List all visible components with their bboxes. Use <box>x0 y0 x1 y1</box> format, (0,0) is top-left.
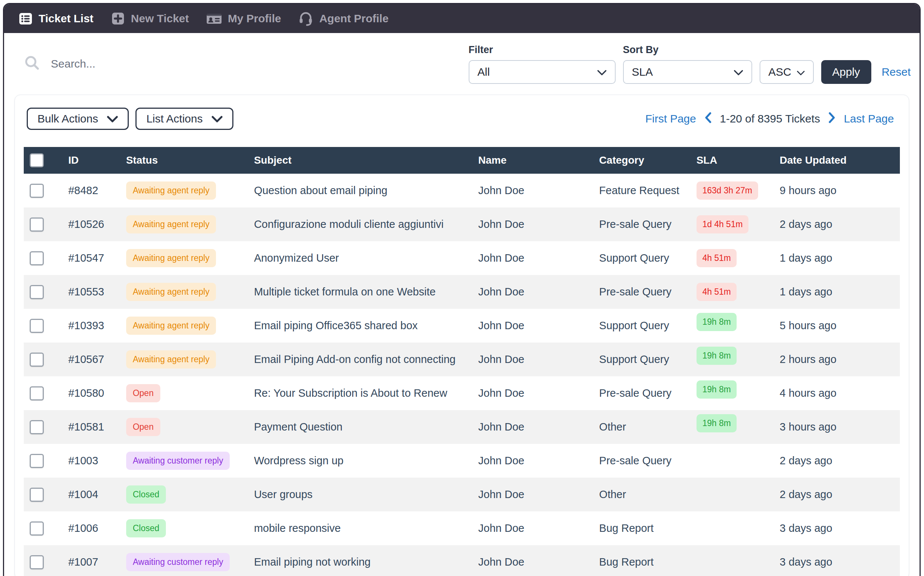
table-row[interactable]: #8482 Awaiting agent reply Question abou… <box>24 174 900 208</box>
ticket-status-cell: Open <box>120 410 248 444</box>
ticket-subject[interactable]: Re: Your Subscription is About to Renew <box>248 376 472 410</box>
row-checkbox[interactable] <box>30 420 44 434</box>
ticket-subject[interactable]: Email piping not working <box>248 545 472 576</box>
prev-page-chevron-icon[interactable] <box>704 112 712 126</box>
next-page-chevron-icon[interactable] <box>828 112 836 126</box>
sla-badge: 19h 8m <box>697 414 737 432</box>
first-page-link[interactable]: First Page <box>645 112 696 125</box>
sort-select[interactable]: SLA <box>623 60 752 84</box>
apply-button[interactable]: Apply <box>821 60 871 84</box>
search-input[interactable] <box>51 58 259 70</box>
ticket-subject[interactable]: Email piping Office365 shared box <box>248 309 472 342</box>
ticket-date-updated: 3 days ago <box>774 511 900 545</box>
table-row[interactable]: #1004 Closed User groups John Doe Other … <box>24 478 900 511</box>
order-select[interactable]: ASC <box>759 60 814 84</box>
ticket-sla-cell: 4h 51m <box>691 241 774 275</box>
list-actions-button[interactable]: List Actions <box>136 108 233 130</box>
table-row[interactable]: #10547 Awaiting agent reply Anonymized U… <box>24 241 900 275</box>
ticket-id: #1007 <box>62 545 120 576</box>
status-badge: Awaiting agent reply <box>126 350 216 368</box>
ticket-category: Pre-sale Query <box>593 376 691 410</box>
ticket-list-card: Bulk Actions List Actions First Page <box>14 94 909 576</box>
ticket-category: Feature Request <box>593 174 691 208</box>
status-badge: Awaiting agent reply <box>126 181 216 200</box>
table-row[interactable]: #10581 Open Payment Question John Doe Ot… <box>24 410 900 444</box>
table-row[interactable]: #10526 Awaiting agent reply Configurazio… <box>24 208 900 241</box>
row-checkbox[interactable] <box>30 386 44 400</box>
ticket-subject[interactable]: Anonymized User <box>248 241 472 275</box>
status-badge: Closed <box>126 519 166 538</box>
ticket-date-updated: 3 days ago <box>774 545 900 576</box>
search-icon <box>23 54 41 74</box>
ticket-id: #10553 <box>62 275 120 309</box>
filter-label: Filter <box>469 44 615 56</box>
row-checkbox-cell <box>24 208 62 241</box>
reset-link[interactable]: Reset <box>882 66 911 78</box>
status-badge: Open <box>126 418 160 436</box>
row-checkbox-cell <box>24 376 62 410</box>
table-row[interactable]: #10580 Open Re: Your Subscription is Abo… <box>24 376 900 410</box>
column-header-status: Status <box>120 147 248 174</box>
ticket-date-updated: 2 days ago <box>774 444 900 478</box>
row-checkbox[interactable] <box>30 319 44 333</box>
chevron-down-icon <box>797 66 805 78</box>
row-checkbox[interactable] <box>30 454 44 468</box>
row-checkbox[interactable] <box>30 555 44 569</box>
status-badge: Awaiting customer reply <box>126 553 230 571</box>
ticket-subject[interactable]: Configurazione moduli cliente aggiuntivi <box>248 208 472 241</box>
status-badge: Awaiting customer reply <box>126 452 230 470</box>
ticket-id: #8482 <box>62 174 120 208</box>
row-checkbox[interactable] <box>30 184 44 198</box>
ticket-subject[interactable]: Email Piping Add-on config not connectin… <box>248 342 472 376</box>
headset-icon <box>298 11 313 26</box>
ticket-category: Pre-sale Query <box>593 275 691 309</box>
ticket-category: Support Query <box>593 309 691 342</box>
ticket-list-icon <box>18 11 33 26</box>
nav-label: New Ticket <box>131 12 189 25</box>
table-row[interactable]: #10567 Awaiting agent reply Email Piping… <box>24 342 900 376</box>
ticket-name: John Doe <box>472 208 593 241</box>
navbar: Ticket List New Ticket <box>4 4 919 33</box>
row-checkbox[interactable] <box>30 285 44 299</box>
row-checkbox[interactable] <box>30 488 44 502</box>
sla-badge: 19h 8m <box>697 347 737 365</box>
last-page-link[interactable]: Last Page <box>844 112 894 125</box>
row-checkbox-cell <box>24 342 62 376</box>
ticket-sla-cell: 19h 8m <box>691 309 774 342</box>
app-frame: Ticket List New Ticket <box>3 3 921 576</box>
table-row[interactable]: #1006 Closed mobile responsive John Doe … <box>24 511 900 545</box>
ticket-subject[interactable]: Question about email piping <box>248 174 472 208</box>
row-checkbox[interactable] <box>30 522 44 536</box>
table-row[interactable]: #1003 Awaiting customer reply Wordpress … <box>24 444 900 478</box>
ticket-subject[interactable]: Wordpress sign up <box>248 444 472 478</box>
column-header-category: Category <box>593 147 691 174</box>
select-all-checkbox[interactable] <box>30 153 44 167</box>
row-checkbox[interactable] <box>30 218 44 232</box>
ticket-id: #10580 <box>62 376 120 410</box>
ticket-subject[interactable]: mobile responsive <box>248 511 472 545</box>
filter-select[interactable]: All <box>469 60 615 84</box>
table-row[interactable]: #10553 Awaiting agent reply Multiple tic… <box>24 275 900 309</box>
ticket-date-updated: 2 hours ago <box>774 342 900 376</box>
new-ticket-icon <box>110 11 125 26</box>
nav-agent-profile[interactable]: Agent Profile <box>298 11 388 26</box>
row-checkbox[interactable] <box>30 353 44 367</box>
ticket-subject[interactable]: Multiple ticket formula on one Website <box>248 275 472 309</box>
ticket-category: Pre-sale Query <box>593 444 691 478</box>
row-checkbox[interactable] <box>30 251 44 266</box>
nav-new-ticket[interactable]: New Ticket <box>110 11 189 26</box>
nav-ticket-list[interactable]: Ticket List <box>18 11 94 26</box>
list-actions-label: List Actions <box>146 112 203 125</box>
filters: Filter All Sort By SLA <box>469 44 911 84</box>
ticket-table-body: #8482 Awaiting agent reply Question abou… <box>24 174 900 576</box>
bulk-actions-button[interactable]: Bulk Actions <box>27 108 129 130</box>
chevron-down-icon <box>597 66 607 78</box>
ticket-status-cell: Awaiting agent reply <box>120 241 248 275</box>
ticket-subject[interactable]: User groups <box>248 478 472 511</box>
table-row[interactable]: #10393 Awaiting agent reply Email piping… <box>24 309 900 342</box>
id-card-icon <box>206 11 222 26</box>
nav-my-profile[interactable]: My Profile <box>206 11 281 26</box>
table-row[interactable]: #1007 Awaiting customer reply Email pipi… <box>24 545 900 576</box>
ticket-subject[interactable]: Payment Question <box>248 410 472 444</box>
ticket-date-updated: 9 hours ago <box>774 174 900 208</box>
